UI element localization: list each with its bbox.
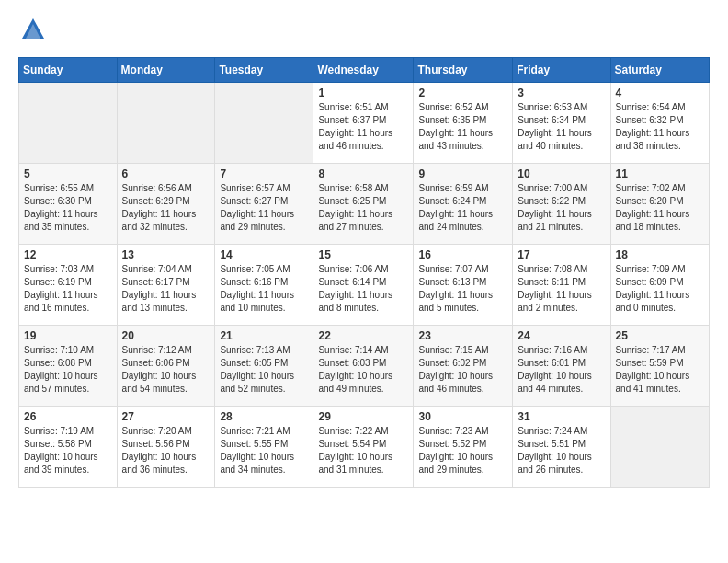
day-number: 25 [616, 329, 704, 342]
day-number: 11 [616, 167, 704, 180]
calendar-week-row: 12Sunrise: 7:03 AM Sunset: 6:19 PM Dayli… [19, 244, 710, 325]
calendar-cell: 2Sunrise: 6:52 AM Sunset: 6:35 PM Daylig… [414, 82, 513, 163]
calendar-cell: 19Sunrise: 7:10 AM Sunset: 6:08 PM Dayli… [19, 325, 118, 406]
day-info: Sunrise: 6:58 AM Sunset: 6:25 PM Dayligh… [318, 182, 408, 234]
calendar-day-header: Friday [513, 57, 610, 82]
day-info: Sunrise: 7:12 AM Sunset: 6:06 PM Dayligh… [122, 344, 210, 396]
calendar-cell [215, 82, 313, 163]
calendar-cell: 25Sunrise: 7:17 AM Sunset: 5:59 PM Dayli… [610, 325, 709, 406]
calendar-cell [117, 82, 215, 163]
calendar-cell: 12Sunrise: 7:03 AM Sunset: 6:19 PM Dayli… [19, 244, 118, 325]
day-number: 17 [518, 248, 605, 261]
calendar-cell: 17Sunrise: 7:08 AM Sunset: 6:11 PM Dayli… [513, 244, 610, 325]
day-number: 18 [616, 248, 704, 261]
day-info: Sunrise: 7:09 AM Sunset: 6:09 PM Dayligh… [616, 263, 704, 315]
calendar-cell: 30Sunrise: 7:23 AM Sunset: 5:52 PM Dayli… [414, 406, 513, 487]
calendar-cell: 26Sunrise: 7:19 AM Sunset: 5:58 PM Dayli… [19, 406, 118, 487]
day-number: 2 [418, 86, 507, 99]
calendar-cell: 18Sunrise: 7:09 AM Sunset: 6:09 PM Dayli… [610, 244, 709, 325]
calendar-header-row: SundayMondayTuesdayWednesdayThursdayFrid… [19, 57, 710, 82]
day-info: Sunrise: 7:07 AM Sunset: 6:13 PM Dayligh… [418, 263, 507, 315]
calendar-week-row: 1Sunrise: 6:51 AM Sunset: 6:37 PM Daylig… [19, 82, 710, 163]
calendar-cell: 22Sunrise: 7:14 AM Sunset: 6:03 PM Dayli… [313, 325, 414, 406]
calendar-cell [19, 82, 118, 163]
day-info: Sunrise: 7:02 AM Sunset: 6:20 PM Dayligh… [616, 182, 704, 234]
calendar-cell: 5Sunrise: 6:55 AM Sunset: 6:30 PM Daylig… [19, 163, 118, 244]
day-info: Sunrise: 7:04 AM Sunset: 6:17 PM Dayligh… [122, 263, 210, 315]
day-info: Sunrise: 6:54 AM Sunset: 6:32 PM Dayligh… [616, 101, 704, 153]
day-number: 27 [122, 410, 210, 423]
day-number: 7 [220, 167, 308, 180]
day-info: Sunrise: 6:53 AM Sunset: 6:34 PM Dayligh… [518, 101, 605, 153]
day-number: 14 [220, 248, 308, 261]
day-info: Sunrise: 6:51 AM Sunset: 6:37 PM Dayligh… [318, 101, 408, 153]
day-info: Sunrise: 7:23 AM Sunset: 5:52 PM Dayligh… [418, 425, 507, 477]
day-number: 31 [518, 410, 605, 423]
calendar-cell: 14Sunrise: 7:05 AM Sunset: 6:16 PM Dayli… [215, 244, 313, 325]
day-number: 13 [122, 248, 210, 261]
calendar-day-header: Tuesday [215, 57, 313, 82]
day-info: Sunrise: 7:20 AM Sunset: 5:56 PM Dayligh… [122, 425, 210, 477]
day-info: Sunrise: 7:03 AM Sunset: 6:19 PM Dayligh… [24, 263, 112, 315]
calendar-day-header: Monday [117, 57, 215, 82]
calendar-cell: 10Sunrise: 7:00 AM Sunset: 6:22 PM Dayli… [513, 163, 610, 244]
calendar-week-row: 19Sunrise: 7:10 AM Sunset: 6:08 PM Dayli… [19, 325, 710, 406]
logo-icon [20, 17, 46, 42]
calendar-day-header: Saturday [610, 57, 709, 82]
calendar-cell: 21Sunrise: 7:13 AM Sunset: 6:05 PM Dayli… [215, 325, 313, 406]
calendar-cell: 4Sunrise: 6:54 AM Sunset: 6:32 PM Daylig… [610, 82, 709, 163]
day-number: 1 [318, 86, 408, 99]
calendar-cell: 27Sunrise: 7:20 AM Sunset: 5:56 PM Dayli… [117, 406, 215, 487]
day-info: Sunrise: 7:24 AM Sunset: 5:51 PM Dayligh… [518, 425, 605, 477]
calendar-cell: 13Sunrise: 7:04 AM Sunset: 6:17 PM Dayli… [117, 244, 215, 325]
day-info: Sunrise: 7:17 AM Sunset: 5:59 PM Dayligh… [616, 344, 704, 396]
calendar-cell: 6Sunrise: 6:56 AM Sunset: 6:29 PM Daylig… [117, 163, 215, 244]
calendar-cell: 16Sunrise: 7:07 AM Sunset: 6:13 PM Dayli… [414, 244, 513, 325]
day-info: Sunrise: 7:16 AM Sunset: 6:01 PM Dayligh… [518, 344, 605, 396]
calendar-cell: 23Sunrise: 7:15 AM Sunset: 6:02 PM Dayli… [414, 325, 513, 406]
calendar-cell [610, 406, 709, 487]
day-number: 5 [24, 167, 112, 180]
calendar-table: SundayMondayTuesdayWednesdayThursdayFrid… [18, 57, 710, 488]
day-number: 29 [318, 410, 408, 423]
day-info: Sunrise: 7:06 AM Sunset: 6:14 PM Dayligh… [318, 263, 408, 315]
day-number: 12 [24, 248, 112, 261]
calendar-cell: 8Sunrise: 6:58 AM Sunset: 6:25 PM Daylig… [313, 163, 414, 244]
calendar-cell: 15Sunrise: 7:06 AM Sunset: 6:14 PM Dayli… [313, 244, 414, 325]
day-info: Sunrise: 6:52 AM Sunset: 6:35 PM Dayligh… [418, 101, 507, 153]
day-number: 21 [220, 329, 308, 342]
day-info: Sunrise: 7:05 AM Sunset: 6:16 PM Dayligh… [220, 263, 308, 315]
calendar-cell: 29Sunrise: 7:22 AM Sunset: 5:54 PM Dayli… [313, 406, 414, 487]
day-info: Sunrise: 7:19 AM Sunset: 5:58 PM Dayligh… [24, 425, 112, 477]
day-info: Sunrise: 7:00 AM Sunset: 6:22 PM Dayligh… [518, 182, 605, 234]
day-number: 8 [318, 167, 408, 180]
day-number: 4 [616, 86, 704, 99]
calendar-cell: 7Sunrise: 6:57 AM Sunset: 6:27 PM Daylig… [215, 163, 313, 244]
day-number: 22 [318, 329, 408, 342]
day-info: Sunrise: 6:55 AM Sunset: 6:30 PM Dayligh… [24, 182, 112, 234]
day-number: 20 [122, 329, 210, 342]
day-info: Sunrise: 7:15 AM Sunset: 6:02 PM Dayligh… [418, 344, 507, 396]
day-info: Sunrise: 7:14 AM Sunset: 6:03 PM Dayligh… [318, 344, 408, 396]
day-number: 19 [24, 329, 112, 342]
day-info: Sunrise: 6:59 AM Sunset: 6:24 PM Dayligh… [418, 182, 507, 234]
calendar-week-row: 26Sunrise: 7:19 AM Sunset: 5:58 PM Dayli… [19, 406, 710, 487]
day-number: 30 [418, 410, 507, 423]
day-info: Sunrise: 6:57 AM Sunset: 6:27 PM Dayligh… [220, 182, 308, 234]
day-number: 24 [518, 329, 605, 342]
day-number: 16 [418, 248, 507, 261]
calendar-day-header: Sunday [19, 57, 118, 82]
calendar-cell: 20Sunrise: 7:12 AM Sunset: 6:06 PM Dayli… [117, 325, 215, 406]
day-number: 23 [418, 329, 507, 342]
calendar-cell: 24Sunrise: 7:16 AM Sunset: 6:01 PM Dayli… [513, 325, 610, 406]
calendar-day-header: Thursday [414, 57, 513, 82]
day-info: Sunrise: 7:10 AM Sunset: 6:08 PM Dayligh… [24, 344, 112, 396]
calendar-cell: 3Sunrise: 6:53 AM Sunset: 6:34 PM Daylig… [513, 82, 610, 163]
day-number: 15 [318, 248, 408, 261]
day-info: Sunrise: 7:22 AM Sunset: 5:54 PM Dayligh… [318, 425, 408, 477]
page-container: SundayMondayTuesdayWednesdayThursdayFrid… [0, 0, 728, 497]
day-number: 26 [24, 410, 112, 423]
day-number: 3 [518, 86, 605, 99]
day-info: Sunrise: 7:08 AM Sunset: 6:11 PM Dayligh… [518, 263, 605, 315]
day-info: Sunrise: 7:21 AM Sunset: 5:55 PM Dayligh… [220, 425, 308, 477]
